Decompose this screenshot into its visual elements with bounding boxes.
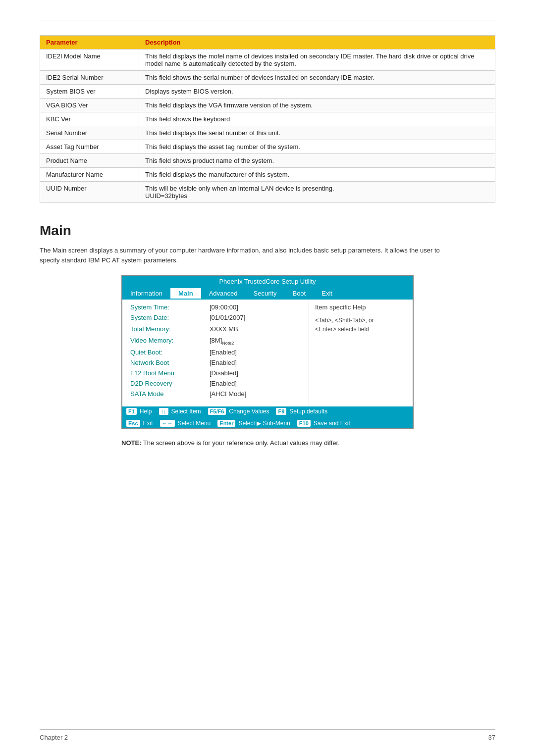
desc-cell: This field shows product name of the sys… (139, 154, 495, 168)
bios-menu-item-advanced[interactable]: Advanced (201, 288, 246, 299)
parameter-table: Parameter Description IDE2I Model NameTh… (40, 35, 495, 203)
bios-row-6: F12 Boot Menu[Disabled] (130, 369, 301, 377)
desc-cell: This field displays the VGA firmware ver… (139, 99, 495, 112)
bios-title: Phoenix TrustedCore Setup Utility (122, 276, 413, 287)
bios-footer-label: Save and Exit (314, 420, 350, 427)
bios-footer-key: F5/F6 (208, 408, 226, 415)
bios-value-8: [AHCI Mode] (210, 390, 246, 398)
bios-menu-item-exit[interactable]: Exit (314, 288, 340, 299)
bios-label-0: System Time: (130, 303, 210, 311)
desc-cell: This field shows the keyboard (139, 112, 495, 126)
bios-footer-label: Select ▶ Sub-Menu (238, 420, 290, 427)
desc-cell: This will be visible only when an intern… (139, 182, 495, 203)
bios-value-5: [Enabled] (210, 359, 237, 366)
desc-cell: This field displays the asset tag number… (139, 140, 495, 154)
bios-menu-item-boot[interactable]: Boot (284, 288, 314, 299)
bios-row-8: SATA Mode[AHCI Mode] (130, 390, 301, 398)
bios-label-8: SATA Mode (130, 390, 210, 398)
bios-value-7: [Enabled] (210, 380, 237, 387)
bios-value-2: XXXX MB (210, 325, 238, 333)
bios-footer-key: Esc (126, 420, 140, 427)
param-cell: Serial Number (40, 126, 139, 140)
bios-footer-label: Help (140, 408, 152, 415)
col-param-header: Parameter (40, 36, 139, 50)
bios-footer-key: F10 (297, 420, 311, 427)
main-heading: Main (40, 223, 495, 239)
param-cell: Product Name (40, 154, 139, 168)
bios-body: System Time:[09:00:00]System Date:[01/01… (122, 300, 413, 406)
bios-footer-key: ↑↓ (159, 408, 168, 415)
bios-label-2: Total Memory: (130, 325, 210, 333)
bios-screen: Phoenix TrustedCore Setup Utility Inform… (121, 275, 414, 429)
bios-footer-label: Select Menu (178, 420, 211, 427)
page-number: 37 (488, 734, 495, 741)
bios-help-title: Item specific Help (315, 303, 407, 311)
param-cell: Asset Tag Number (40, 140, 139, 154)
main-description: The Main screen displays a summary of yo… (40, 246, 446, 265)
bios-footer-key: F1 (126, 408, 137, 415)
bios-left-panel: System Time:[09:00:00]System Date:[01/01… (122, 300, 309, 406)
bios-value-4: [Enabled] (210, 349, 237, 356)
bios-row-1: System Date:[01/01/2007] (130, 314, 301, 321)
bios-help-hint: <Tab>, <Shift-Tab>, or<Enter> selects fi… (315, 316, 407, 334)
page-footer: Chapter 2 37 (40, 729, 495, 741)
desc-cell: This field displays the serial number of… (139, 126, 495, 140)
bios-label-3: Video Memory: (130, 337, 210, 344)
bios-row-4: Quiet Boot:[Enabled] (130, 349, 301, 356)
param-cell: VGA BIOS Ver (40, 99, 139, 112)
bios-menu-item-security[interactable]: Security (246, 288, 285, 299)
bios-footer-key: Enter (217, 420, 235, 427)
bios-footer-key: ←→ (160, 420, 175, 427)
param-cell: System BIOS ver (40, 85, 139, 99)
bios-footer-label: Change Values (229, 408, 269, 415)
bios-footer-key: F9 (276, 408, 286, 415)
bios-footer-label: Exit (143, 420, 153, 427)
param-cell: Manufacturer Name (40, 168, 139, 182)
bios-footer: F1 Help↑↓ Select ItemF5/F6 Change Values… (122, 406, 413, 428)
bios-label-7: D2D Recovery (130, 380, 210, 387)
param-cell: IDE2 Serial Number (40, 71, 139, 85)
note-body: The screen above is for your reference o… (141, 439, 339, 447)
note-bold: NOTE: (121, 439, 141, 447)
bios-row-2: Total Memory:XXXX MB (130, 325, 301, 333)
bios-footer-label: Setup defaults (289, 408, 327, 415)
bios-footer-label: Select Item (171, 408, 201, 415)
bios-label-1: System Date: (130, 314, 210, 321)
bios-row-0: System Time:[09:00:00] (130, 303, 301, 311)
top-divider (40, 20, 495, 20)
col-desc-header: Description (139, 36, 495, 50)
desc-cell: This field shows the serial number of de… (139, 71, 495, 85)
param-cell: UUID Number (40, 182, 139, 203)
bios-menu-item-information[interactable]: Information (122, 288, 170, 299)
bios-menu-bar: InformationMainAdvancedSecurityBootExit (122, 287, 413, 300)
param-cell: KBC Ver (40, 112, 139, 126)
bios-value-1: [01/01/2007] (210, 314, 245, 321)
bios-label-4: Quiet Boot: (130, 349, 210, 356)
desc-cell: This field displays the manufacturer of … (139, 168, 495, 182)
bios-label-5: Network Boot (130, 359, 210, 366)
desc-cell: This field displays the mofel name of de… (139, 50, 495, 71)
param-cell: IDE2I Model Name (40, 50, 139, 71)
bios-menu-item-main[interactable]: Main (170, 288, 201, 299)
bios-label-6: F12 Boot Menu (130, 369, 210, 377)
bios-row-3: Video Memory:[8M]Note2 (130, 337, 301, 346)
bios-value-6: [Disabled] (210, 369, 238, 377)
chapter-label: Chapter 2 (40, 734, 68, 741)
bios-row-7: D2D Recovery[Enabled] (130, 380, 301, 387)
note-text: NOTE: The screen above is for your refer… (121, 439, 414, 447)
desc-cell: Displays system BIOS version. (139, 85, 495, 99)
bios-value-3: [8M]Note2 (210, 337, 234, 346)
bios-right-panel: Item specific Help <Tab>, <Shift-Tab>, o… (309, 300, 413, 406)
bios-row-5: Network Boot[Enabled] (130, 359, 301, 366)
bios-value-0: [09:00:00] (210, 303, 238, 311)
